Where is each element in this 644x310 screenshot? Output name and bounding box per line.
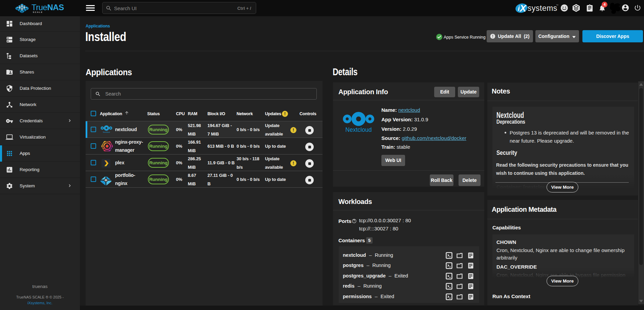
svg-text:X: X: [519, 3, 527, 14]
svg-text:systems: systems: [528, 4, 557, 13]
svg-text:™: ™: [556, 4, 558, 6]
svg-text:Nextcloud: Nextcloud: [103, 131, 110, 133]
